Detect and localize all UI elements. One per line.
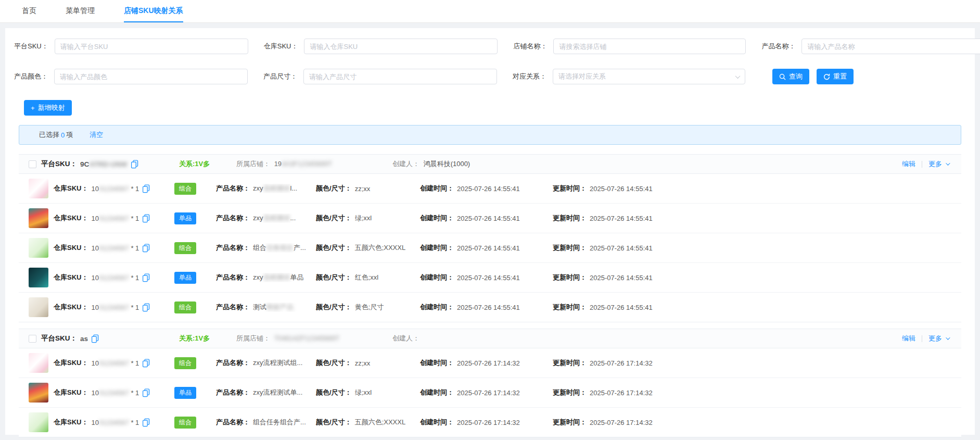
- search-icon: [779, 73, 786, 80]
- platform-sku: 平台SKU： 9CATRD-UNW: [41, 159, 179, 169]
- create-time-cell: 创建时间： 2025-07-26 14:55:41: [420, 303, 553, 312]
- warehouse-sku-value: 1001234567 * 1: [91, 419, 139, 426]
- reset-button[interactable]: 重置: [817, 69, 854, 84]
- selected-count: 0: [61, 131, 65, 139]
- tab-home[interactable]: 首页: [22, 0, 36, 22]
- product-color-input[interactable]: [54, 69, 248, 84]
- chevron-down-icon: [946, 335, 950, 340]
- query-button-label: 查询: [789, 72, 803, 81]
- filter-product-size: 产品尺寸：: [263, 69, 497, 84]
- update-time-cell: 更新时间： 2025-07-26 17:14:32: [553, 418, 685, 427]
- color-size-value: 红色;xxl: [355, 273, 379, 282]
- divider: [922, 335, 922, 342]
- edit-link[interactable]: 编辑: [902, 334, 915, 343]
- platform-sku-label: 平台SKU：: [14, 42, 48, 51]
- warehouse-sku-value: 1001234567 * 1: [91, 274, 139, 282]
- group-checkbox[interactable]: [29, 335, 36, 343]
- table-row: 仓库SKU： 1001234567 * 1 单品 产品名称： zxy流程测试单.…: [19, 378, 961, 408]
- color-size-value: 绿;xxl: [355, 213, 372, 223]
- create-time-cell: 创建时间： 2025-07-26 17:14:32: [420, 388, 553, 397]
- copy-icon[interactable]: [142, 244, 150, 253]
- product-name-label: 产品名称：: [216, 243, 250, 253]
- relation-badge: 关系:1V多: [179, 159, 236, 169]
- add-mapping-button[interactable]: + 新增映射: [24, 100, 72, 116]
- product-name-input[interactable]: [801, 39, 980, 54]
- update-time-value: 2025-07-26 14:55:41: [590, 244, 653, 252]
- product-name-value: 测试映射产品: [253, 303, 294, 312]
- group-checkbox[interactable]: [29, 160, 36, 168]
- color-size-value: 五颜六色;XXXXL: [355, 243, 406, 253]
- create-time-value: 2025-07-26 14:55:41: [457, 274, 520, 282]
- update-time-value: 2025-07-26 14:55:41: [590, 215, 653, 222]
- selected-text: 已选择: [39, 130, 59, 140]
- create-time-value: 2025-07-26 14:55:41: [457, 244, 520, 252]
- warehouse-sku-label: 仓库SKU：: [54, 184, 88, 193]
- color-size-value: 黄色;尺寸: [355, 303, 384, 312]
- warehouse-sku-cell: 仓库SKU： 1001234567 * 1: [54, 184, 174, 193]
- filter-product-color: 产品颜色：: [14, 69, 248, 84]
- chevron-down-icon: [946, 161, 950, 165]
- product-thumbnail: [29, 383, 48, 403]
- copy-icon[interactable]: [142, 303, 150, 312]
- update-time-value: 2025-07-26 17:14:32: [590, 419, 653, 426]
- platform-sku-label: 平台SKU：: [41, 334, 77, 343]
- tab-menu-management[interactable]: 菜单管理: [66, 0, 95, 22]
- color-size-cell: 颜色/尺寸： 绿;xxl: [316, 213, 420, 223]
- selection-bar: 已选择 0 项 清空: [19, 125, 961, 145]
- update-time-label: 更新时间：: [553, 213, 587, 223]
- shop-label: 所属店铺：: [236, 160, 270, 168]
- copy-icon[interactable]: [142, 388, 150, 397]
- color-size-label: 颜色/尺寸：: [316, 243, 352, 253]
- copy-icon[interactable]: [142, 273, 150, 282]
- update-time-value: 2025-07-26 14:55:41: [590, 274, 653, 282]
- copy-icon[interactable]: [91, 334, 99, 343]
- copy-icon[interactable]: [131, 160, 138, 169]
- clear-selection-link[interactable]: 清空: [90, 130, 103, 140]
- creator-label: 创建人：: [392, 334, 419, 342]
- create-time-cell: 创建时间： 2025-07-26 14:55:41: [420, 184, 553, 193]
- copy-icon[interactable]: [142, 359, 150, 368]
- warehouse-sku-label: 仓库SKU：: [54, 273, 88, 282]
- product-size-input[interactable]: [303, 69, 497, 84]
- product-size-label: 产品尺寸：: [263, 72, 297, 81]
- table-row: 仓库SKU： 1001234567 * 1 单品 产品名称： zxy流程测试..…: [19, 204, 961, 233]
- update-time-cell: 更新时间： 2025-07-26 14:55:41: [553, 243, 685, 253]
- warehouse-sku-label: 仓库SKU：: [54, 388, 88, 397]
- relation-select[interactable]: 请选择对应关系: [553, 69, 745, 84]
- create-time-label: 创建时间：: [420, 388, 454, 397]
- filter-row-1: 平台SKU： 仓库SKU： 店铺名称： 产品名称：: [5, 39, 975, 54]
- update-time-cell: 更新时间： 2025-07-26 14:55:41: [553, 273, 685, 282]
- warehouse-sku-value: 1001234567 * 1: [91, 215, 139, 222]
- color-size-label: 颜色/尺寸：: [316, 184, 352, 193]
- warehouse-sku-cell: 仓库SKU： 1001234567 * 1: [54, 273, 174, 282]
- warehouse-sku-label: 仓库SKU：: [264, 42, 298, 51]
- main-content: 平台SKU： 仓库SKU： 店铺名称： 产品名称： 产品颜色： 产品: [5, 28, 975, 435]
- group-header: 平台SKU： 9CATRD-UNW 关系:1V多 所属店铺： 194A3F123…: [19, 155, 961, 174]
- more-link[interactable]: 更多: [928, 159, 949, 169]
- product-thumbnail: [29, 179, 48, 198]
- reset-button-label: 重置: [833, 72, 847, 81]
- color-size-value: 五颜六色;XXXXL: [355, 418, 406, 427]
- create-time-value: 2025-07-26 17:14:32: [457, 419, 520, 426]
- warehouse-sku-input[interactable]: [304, 39, 498, 54]
- copy-icon[interactable]: [142, 418, 150, 427]
- filter-buttons: 查询 重置: [772, 69, 854, 84]
- product-name-cell: 产品名称： zxy流程测试组...: [216, 358, 316, 368]
- create-time-label: 创建时间：: [420, 213, 454, 223]
- more-link[interactable]: 更多: [928, 334, 949, 343]
- color-size-label: 颜色/尺寸：: [316, 303, 352, 312]
- update-time-label: 更新时间：: [553, 358, 587, 368]
- type-badge: 组合: [174, 301, 196, 313]
- query-button[interactable]: 查询: [772, 69, 809, 84]
- platform-sku-input[interactable]: [55, 39, 248, 54]
- shop-name-input[interactable]: [553, 39, 746, 54]
- copy-icon[interactable]: [142, 214, 150, 223]
- shop-name-label: 店铺名称：: [513, 42, 547, 51]
- edit-link[interactable]: 编辑: [902, 159, 915, 169]
- type-badge: 单品: [174, 212, 196, 224]
- update-time-cell: 更新时间： 2025-07-26 14:55:41: [553, 303, 685, 312]
- copy-icon[interactable]: [142, 184, 150, 193]
- product-thumbnail: [29, 268, 48, 287]
- filter-panel: 平台SKU： 仓库SKU： 店铺名称： 产品名称： 产品颜色： 产品: [5, 39, 975, 84]
- tab-shop-sku-mapping[interactable]: 店铺SKU映射关系: [124, 0, 183, 22]
